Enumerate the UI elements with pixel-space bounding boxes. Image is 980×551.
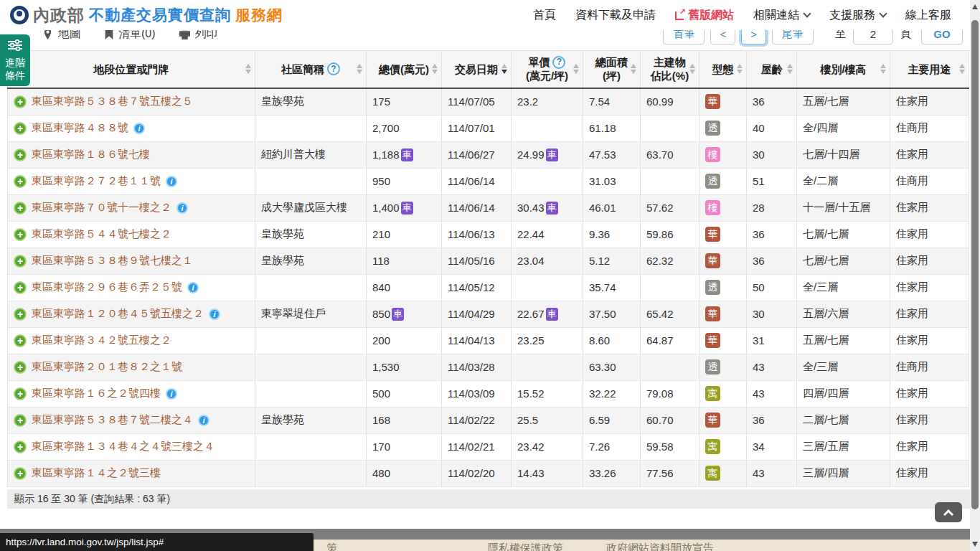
sort-toggle-icon[interactable] <box>689 64 695 74</box>
vertical-scrollbar[interactable] <box>970 0 980 551</box>
address-cell: +東區東寧路１４之２號三樓 <box>8 460 255 486</box>
area-cell: 8.60 <box>583 327 641 354</box>
col-header-age[interactable]: 屋齡 <box>747 51 797 88</box>
floor-cell: 全/二層 <box>797 168 890 194</box>
site-logo[interactable]: 內政部 不動產交易實價查詢 服務網 <box>10 4 283 27</box>
ratio-cell: 59.86 <box>641 221 699 248</box>
sort-toggle-icon[interactable] <box>787 64 793 74</box>
type-badge: 寓 <box>705 386 720 401</box>
address-link[interactable]: 東區東寧路１４之２號三樓 <box>32 466 161 480</box>
sort-toggle-icon[interactable] <box>501 64 507 74</box>
address-link[interactable]: 東區東寧路１６之２號四樓 <box>32 387 161 400</box>
address-link[interactable]: 東區東寧路１８６號七樓 <box>32 148 150 161</box>
expand-row-icon[interactable]: + <box>14 387 27 400</box>
expand-row-icon[interactable]: + <box>14 122 27 135</box>
expand-row-icon[interactable]: + <box>14 228 27 241</box>
expand-row-icon[interactable]: + <box>14 95 27 108</box>
address-link[interactable]: 東區東寧路５４４號七樓之２ <box>32 227 171 241</box>
sort-toggle-icon[interactable] <box>432 64 438 74</box>
info-icon[interactable]: i <box>209 309 220 320</box>
expand-row-icon[interactable]: + <box>14 361 27 374</box>
address-link[interactable]: 東區東寧路５３８巷９號七樓之１ <box>32 254 193 268</box>
col-header-unit[interactable]: 單價?(萬元/坪) <box>512 51 583 88</box>
address-cell: +東區東寧路２０１巷８２之１號 <box>8 354 255 380</box>
sort-toggle-icon[interactable] <box>737 64 743 74</box>
ratio-cell <box>641 115 699 141</box>
scroll-down-arrow-icon[interactable] <box>972 542 978 547</box>
expand-row-icon[interactable]: + <box>14 467 27 480</box>
scroll-up-arrow-icon[interactable] <box>972 4 978 9</box>
help-icon[interactable]: ? <box>327 62 340 75</box>
help-icon[interactable]: ? <box>552 56 565 69</box>
address-link[interactable]: 東區東寧路５３８巷７號五樓之５ <box>32 95 193 108</box>
unit-price-cell: 23.04 <box>512 248 583 274</box>
expand-row-icon[interactable]: + <box>14 255 27 268</box>
unit-price-cell <box>512 354 583 380</box>
address-link[interactable]: 東區東寧路１３４巷４之４號三樓之４ <box>32 440 215 453</box>
address-link[interactable]: 東區東寧路７０號十一樓之２ <box>32 201 171 215</box>
nav-item[interactable]: 首頁 <box>533 8 556 23</box>
address-link[interactable]: 東區東寧路５３８巷７號二樓之４ <box>32 413 193 427</box>
sort-toggle-icon[interactable] <box>631 64 636 74</box>
car-badge: 車 <box>401 202 413 215</box>
info-icon[interactable]: i <box>187 282 199 293</box>
floor-cell: 全/四層 <box>797 115 890 141</box>
col-header-floor[interactable]: 樓別/樓高 <box>797 51 890 88</box>
sort-toggle-icon[interactable] <box>959 64 965 74</box>
expand-row-icon[interactable]: + <box>14 202 27 215</box>
expand-row-icon[interactable]: + <box>14 334 27 347</box>
info-icon[interactable]: i <box>133 123 145 134</box>
col-header-community[interactable]: 社區簡稱? <box>255 51 367 88</box>
info-icon[interactable]: i <box>176 202 188 214</box>
info-icon[interactable]: i <box>166 176 177 187</box>
col-header-total[interactable]: 總價(萬元) <box>367 51 442 88</box>
sort-toggle-icon[interactable] <box>245 64 251 74</box>
external-link-icon <box>675 10 685 20</box>
address-link[interactable]: 東區東寧路２０１巷８２之１號 <box>32 360 182 374</box>
back-to-top-button[interactable] <box>935 502 962 522</box>
total-price-cell: 2,700 <box>367 115 442 141</box>
expand-row-icon[interactable]: + <box>14 308 27 321</box>
date-cell: 114/05/12 <box>442 274 512 301</box>
col-header-date[interactable]: 交易日期 <box>442 51 512 88</box>
nav-item[interactable]: 相關連結 <box>753 8 810 23</box>
expand-row-icon[interactable]: + <box>14 414 27 427</box>
result-summary: 顯示 16 至 30 筆 (查詢結果 : 63 筆) <box>7 489 970 509</box>
floor-cell: 全/三層 <box>797 354 890 380</box>
table-row: +東區東寧路２０１巷８２之１號1,530114/03/2863.30透43全/三… <box>8 354 969 380</box>
expand-row-icon[interactable]: + <box>14 149 27 161</box>
sort-toggle-icon[interactable] <box>880 64 886 74</box>
address-link[interactable]: 東區東寧路１２０巷４５號五樓之２ <box>32 307 204 321</box>
nav-item[interactable]: 舊版網站 <box>675 8 734 23</box>
col-header-usage[interactable]: 主要用途 <box>890 51 969 88</box>
age-cell: 43 <box>747 354 797 380</box>
col-header-ratio[interactable]: 主建物佔比(%) <box>641 51 699 88</box>
nav-item[interactable]: 線上客服 <box>905 8 951 23</box>
sort-toggle-icon[interactable] <box>357 64 362 74</box>
expand-row-icon[interactable]: + <box>14 281 27 294</box>
footer-link[interactable]: 政府網站資料開放宣告 <box>606 542 714 551</box>
address-link[interactable]: 東區東寧路３４２號五樓之２ <box>32 334 171 347</box>
nav-item[interactable]: 支援服務 <box>829 8 886 23</box>
total-price-cell: 170 <box>367 433 442 460</box>
footer-link[interactable]: 隱私權保護政策 <box>488 542 563 551</box>
expand-row-icon[interactable]: + <box>14 175 27 188</box>
address-link[interactable]: 東區東寧路４８８號 <box>32 121 128 135</box>
col-header-label: 交易日期 <box>455 62 498 76</box>
age-cell: 30 <box>747 301 797 327</box>
advanced-filter-tab[interactable]: 進階條件 <box>0 34 30 86</box>
floor-cell: 三層/四層 <box>797 460 890 486</box>
nav-item[interactable]: 資料下載及申請 <box>575 8 656 23</box>
col-header-area[interactable]: 總面積(坪) <box>583 51 641 88</box>
expand-row-icon[interactable]: + <box>14 441 27 453</box>
ratio-cell: 62.32 <box>641 248 699 274</box>
col-header-type[interactable]: 型態 <box>699 51 747 88</box>
address-link[interactable]: 東區東寧路２７２巷１１號 <box>32 174 161 188</box>
info-icon[interactable]: i <box>198 415 209 426</box>
footer-link[interactable]: 策 <box>326 542 337 551</box>
address-link[interactable]: 東區東寧路２９６巷６弄２５號 <box>32 281 182 294</box>
sort-toggle-icon[interactable] <box>573 64 579 74</box>
info-icon[interactable]: i <box>166 388 177 400</box>
scrollbar-thumb[interactable] <box>971 20 979 509</box>
col-header-address[interactable]: 地段位置或門牌 <box>8 51 255 88</box>
